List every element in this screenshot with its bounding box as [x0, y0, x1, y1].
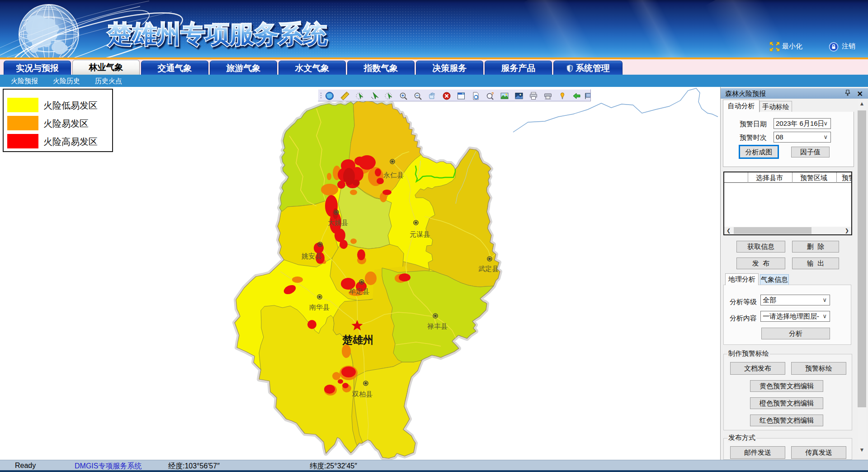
svg-text:姚安县: 姚安县: [302, 252, 322, 260]
svg-text:?: ?: [491, 91, 494, 96]
svg-text:南华县: 南华县: [309, 303, 330, 311]
svg-text:楚雄州专项服务系统: 楚雄州专项服务系统: [107, 20, 327, 48]
svg-text:元谋县: 元谋县: [410, 230, 430, 238]
svg-text:大姚县: 大姚县: [328, 219, 348, 226]
svg-text:永仁县: 永仁县: [383, 171, 404, 179]
svg-text:武定县: 武定县: [478, 265, 499, 272]
svg-text:牟定县: 牟定县: [349, 287, 369, 295]
svg-text:楚雄州: 楚雄州: [342, 334, 373, 346]
svg-text:禄丰县: 禄丰县: [427, 322, 448, 330]
svg-text:双柏县: 双柏县: [352, 390, 373, 398]
